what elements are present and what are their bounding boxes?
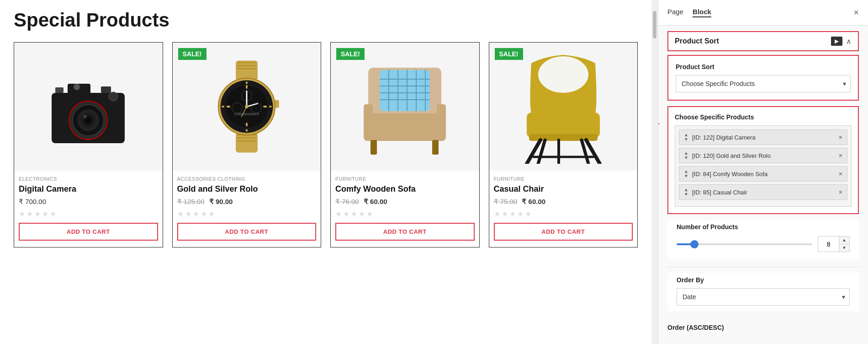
product-card-1[interactable]: ELECTRONICS Digital Camera ₹ 700.00 ★ ★ …: [14, 42, 163, 247]
slider-wrapper[interactable]: [677, 240, 812, 249]
product-card-2[interactable]: SALE!: [172, 42, 322, 247]
svg-rect-59: [527, 113, 600, 138]
svg-point-7: [83, 115, 87, 118]
product-sort-dropdown-wrapper: Choose Specific Products Date Price Name…: [676, 75, 851, 92]
svg-rect-45: [432, 140, 439, 155]
right-panel: Page Block × Product Sort ▶ ∧ Product So…: [658, 0, 868, 344]
chevron-up-icon[interactable]: ∧: [846, 37, 852, 46]
number-arrows: ▲ ▼: [839, 236, 849, 252]
scroll-divider: [651, 0, 658, 344]
add-to-cart-button-4[interactable]: ADD TO CART: [494, 223, 633, 241]
order-by-dropdown-wrapper: Date Price Name ▾: [677, 288, 850, 306]
product-info-4: FURNITURE Casual Chair ₹ 75.00 ₹ 60.00 ★…: [489, 171, 638, 247]
tag-label-3: [ID: 84] Comfy Wooden Sofa: [692, 171, 767, 177]
product-card-3[interactable]: SALE!: [330, 42, 480, 247]
tag-label-1: [ID: 122] Digital Camera: [692, 134, 756, 141]
svg-rect-10: [101, 86, 111, 93]
price-sale-2: ₹ 90.00: [209, 198, 233, 205]
scroll-thumb[interactable]: [653, 11, 656, 38]
product-tag-1[interactable]: ▲ ▼ [ID: 122] Digital Camera ×: [679, 129, 847, 145]
add-to-cart-button-3[interactable]: ADD TO CART: [335, 223, 475, 241]
choose-products-label: Choose Specific Products: [675, 113, 852, 121]
watch-icon: CHRONOGRAPH: [206, 56, 288, 157]
tag-arrows-1[interactable]: ▲ ▼: [684, 133, 688, 142]
product-card-4[interactable]: SALE!: [489, 42, 638, 247]
product-category-3: FURNITURE: [335, 176, 475, 182]
number-down-button[interactable]: ▼: [839, 244, 849, 252]
tag-remove-3[interactable]: ×: [835, 170, 842, 177]
tag-remove-1[interactable]: ×: [835, 134, 842, 141]
product-stars-3: ★ ★ ★ ★ ★: [335, 210, 475, 218]
tag-arrows-2[interactable]: ▲ ▼: [684, 151, 688, 160]
tag-arrows-3[interactable]: ▲ ▼: [684, 169, 688, 178]
order-by-section: Order By Date Price Name ▾: [667, 273, 859, 311]
product-image-wrapper-4: SALE!: [489, 43, 638, 171]
tag-remove-4[interactable]: ×: [835, 188, 842, 196]
panel-header: Page Block ×: [658, 0, 868, 26]
order-by-label: Order By: [677, 273, 850, 284]
product-sort-section: Product Sort Choose Specific Products Da…: [667, 55, 859, 101]
add-to-cart-button-1[interactable]: ADD TO CART: [19, 223, 158, 241]
svg-rect-33: [246, 85, 248, 89]
product-info-2: ACCESSORIES CLOTHING Gold and Silver Rol…: [173, 171, 321, 247]
svg-text:CHRONOGRAPH: CHRONOGRAPH: [234, 113, 259, 116]
product-tag-3[interactable]: ▲ ▼ [ID: 84] Comfy Wooden Sofa ×: [679, 166, 847, 182]
svg-point-11: [109, 92, 118, 101]
product-sort-header-label: Product Sort: [675, 37, 719, 45]
main-content: Special Products: [0, 0, 651, 344]
product-sort-dropdown[interactable]: Choose Specific Products Date Price Name…: [676, 75, 851, 92]
product-sort-label: Product Sort: [676, 63, 851, 70]
svg-rect-14: [237, 62, 256, 63]
product-image-wrapper-2: SALE!: [173, 43, 321, 171]
tab-block[interactable]: Block: [693, 8, 711, 17]
order-by-dropdown[interactable]: Date Price Name: [677, 288, 850, 306]
play-icon-button[interactable]: ▶: [831, 37, 842, 46]
product-info-1: ELECTRONICS Digital Camera ₹ 700.00 ★ ★ …: [14, 171, 163, 247]
product-tags-box: ▲ ▼ [ID: 122] Digital Camera × ▲ ▼ [ID: …: [675, 125, 852, 207]
sale-badge-4: SALE!: [495, 48, 523, 60]
number-input-wrapper: ▲ ▼: [818, 236, 850, 252]
number-input[interactable]: [818, 238, 839, 251]
product-price-2: ₹ 125.00 ₹ 90.00: [177, 198, 317, 206]
product-price-4: ₹ 75.00 ₹ 60.00: [494, 198, 633, 206]
red-arrow-icon: →: [658, 116, 662, 130]
product-tag-2[interactable]: ▲ ▼ [ID: 120] Gold and Silver Rolo ×: [679, 148, 847, 163]
svg-rect-34: [246, 123, 248, 126]
product-tag-4[interactable]: ▲ ▼ [ID: 85] Casual Chair ×: [679, 184, 847, 200]
slider-thumb[interactable]: [690, 240, 699, 248]
svg-rect-20: [237, 140, 256, 142]
product-sort-header-box: Product Sort ▶ ∧: [667, 31, 859, 51]
casual-chair-icon: [513, 49, 614, 164]
panel-tabs: Page Block: [667, 8, 711, 17]
product-category-4: FURNITURE: [494, 176, 633, 182]
price-sale-4: ₹ 60.00: [522, 198, 545, 205]
svg-rect-17: [236, 133, 258, 152]
tag-remove-2[interactable]: ×: [835, 152, 842, 159]
tab-page[interactable]: Page: [667, 8, 683, 17]
price-original-4: ₹ 75.00: [494, 198, 518, 205]
number-of-products-section: Number of Products ▲ ▼: [667, 220, 859, 259]
products-grid: ELECTRONICS Digital Camera ₹ 700.00 ★ ★ …: [14, 42, 638, 247]
product-stars-4: ★ ★ ★ ★ ★: [494, 210, 633, 218]
slider-row: ▲ ▼: [677, 236, 850, 252]
price-sale-3: ₹ 60.00: [364, 198, 387, 205]
svg-point-58: [538, 56, 588, 93]
close-button[interactable]: ×: [853, 7, 859, 18]
product-name-4: Casual Chair: [494, 184, 633, 194]
svg-point-12: [74, 84, 80, 90]
tag-arrows-4[interactable]: ▲ ▼: [684, 188, 688, 197]
add-to-cart-button-2[interactable]: ADD TO CART: [177, 223, 317, 241]
order-asc-label: Order (ASC/DESC): [667, 322, 859, 331]
product-name-3: Comfy Wooden Sofa: [335, 184, 475, 194]
number-up-button[interactable]: ▲: [839, 236, 849, 244]
order-asc-section: Order (ASC/DESC): [658, 318, 868, 337]
product-name-1: Digital Camera: [19, 184, 158, 194]
product-image-wrapper-3: SALE!: [331, 43, 479, 171]
svg-rect-19: [237, 137, 256, 139]
product-stars-1: ★ ★ ★ ★ ★: [19, 210, 158, 218]
camera-icon: [42, 61, 134, 152]
number-of-products-label: Number of Products: [677, 220, 850, 231]
product-price-1: ₹ 700.00: [19, 198, 158, 206]
product-category-2: ACCESSORIES CLOTHING: [177, 176, 317, 182]
choose-products-section: → Choose Specific Products ▲ ▼ [ID: 122]…: [667, 106, 859, 214]
